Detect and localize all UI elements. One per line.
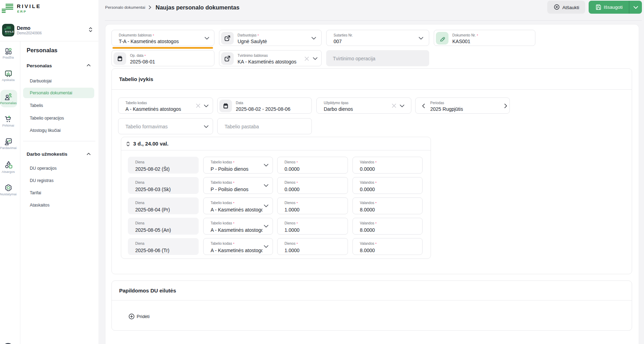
svg-text:RIVILE: RIVILE (5, 31, 14, 33)
svg-text:ERP Demo: ERP Demo (5, 33, 11, 35)
